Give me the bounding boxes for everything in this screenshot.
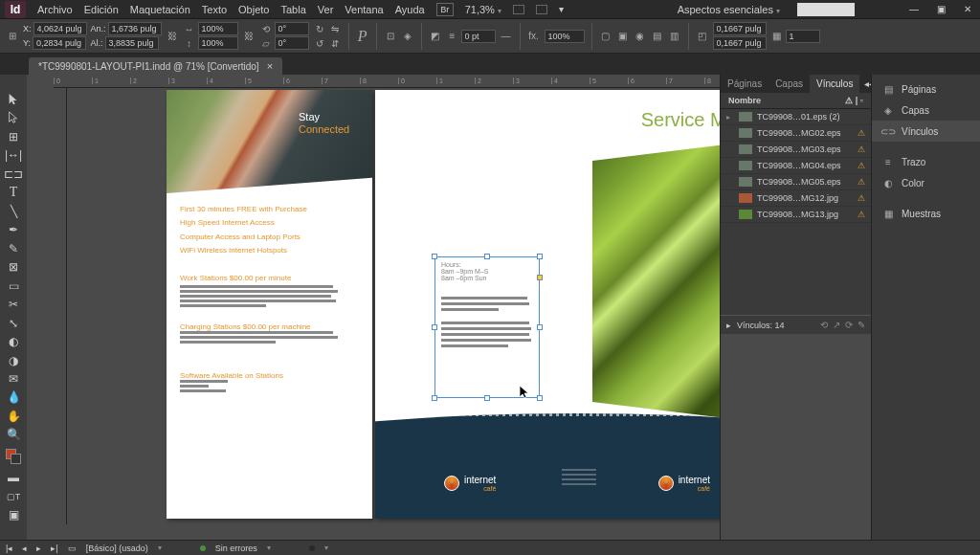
line-tool[interactable]: ╲ — [0, 202, 27, 220]
content-collector-tool[interactable]: ⊏⊐ — [0, 165, 27, 183]
selected-frame[interactable]: Hours: 8am –9pm M–S 8am –6pm Sun — [434, 256, 540, 398]
panel-color[interactable]: ◐Color — [872, 172, 980, 193]
tab-vinculos[interactable]: Vínculos — [810, 75, 859, 93]
width-input[interactable] — [108, 22, 162, 35]
tab-close-icon[interactable]: × — [267, 60, 273, 72]
document-canvas[interactable]: Stay Connected First 30 minutes FREE wit… — [42, 90, 693, 522]
scale-y-input[interactable] — [198, 36, 238, 50]
panel-muestras[interactable]: ▦Muestras — [872, 203, 980, 224]
arrange-icon[interactable]: ▾ — [559, 4, 564, 14]
corner-options-icon[interactable]: ◰ — [696, 30, 709, 43]
constrain-icon[interactable]: ⛓ — [166, 30, 179, 43]
opacity-input[interactable] — [545, 30, 585, 43]
columns-input[interactable] — [786, 30, 820, 43]
page-2[interactable]: Service Menu internetcafé internetcafé — [375, 90, 720, 519]
panel-vinculos[interactable]: ⊂⊃Vínculos — [872, 121, 980, 142]
fill-stroke-swatch[interactable] — [0, 444, 27, 468]
y-input[interactable] — [33, 36, 86, 50]
update-link-icon[interactable]: ⟳ — [845, 320, 853, 330]
page-nav-last-icon[interactable]: ▸| — [51, 544, 57, 553]
select-content-icon[interactable]: ◈ — [401, 30, 414, 43]
pen-tool[interactable]: ✒ — [0, 220, 27, 238]
document-tab[interactable]: *TC9990801-LAYOUT-PI1.indd @ 71% [Conver… — [29, 57, 282, 75]
gap-tool[interactable]: |↔| — [0, 145, 27, 164]
menu-tabla[interactable]: Tabla — [280, 4, 305, 15]
panel-paginas[interactable]: ▤Páginas — [872, 78, 980, 100]
search-input[interactable] — [797, 3, 855, 16]
workspace-switcher[interactable]: Aspectos esenciales ▾ — [672, 4, 786, 15]
menu-ventana[interactable]: Ventana — [345, 4, 383, 15]
link-row[interactable]: TC99908…MG13.jpg⚠ — [721, 207, 871, 223]
link-row[interactable]: TC99908…MG12.jpg⚠ — [721, 190, 871, 207]
text-wrap-column-icon[interactable]: ▥ — [668, 30, 681, 43]
live-corner-icon[interactable] — [537, 275, 543, 280]
rotate-cw-icon[interactable]: ↻ — [313, 22, 326, 35]
link-row[interactable]: TC99908…MG03.eps⚠ — [721, 142, 871, 158]
scissors-tool[interactable]: ✂ — [0, 295, 27, 313]
text-wrap-shape-icon[interactable]: ◉ — [634, 30, 647, 43]
gradient-swatch-tool[interactable]: ◐ — [0, 332, 27, 350]
zoom-tool[interactable]: 🔍 — [0, 426, 27, 444]
hand-tool[interactable]: ✋ — [0, 407, 27, 425]
text-wrap-none-icon[interactable]: ▢ — [599, 30, 612, 43]
open-icon[interactable]: ▭ — [68, 544, 77, 553]
tab-paginas[interactable]: Páginas — [721, 75, 768, 93]
menu-objeto[interactable]: Objeto — [238, 4, 269, 15]
handle-top-left[interactable] — [432, 254, 437, 259]
pencil-tool[interactable]: ✎ — [0, 239, 27, 257]
gap-y-input[interactable] — [713, 36, 767, 50]
handle-bot-left[interactable] — [432, 395, 437, 401]
rotate-ccw-icon[interactable]: ↺ — [313, 36, 326, 50]
page-nav-first-icon[interactable]: |◂ — [6, 544, 12, 553]
effects-icon[interactable]: fx. — [527, 30, 541, 43]
stroke-style-icon[interactable]: — — [500, 30, 513, 43]
expand-icon[interactable]: ▸ — [726, 113, 734, 122]
view-mode-normal-icon[interactable]: ▣ — [0, 506, 27, 524]
type-tool[interactable]: T — [0, 183, 27, 201]
panel-capas[interactable]: ◈Capas — [872, 100, 980, 121]
page-1[interactable]: Stay Connected First 30 minutes FREE wit… — [167, 90, 372, 519]
handle-top-mid[interactable] — [484, 254, 490, 259]
expand-footer-icon[interactable]: ▸ — [726, 321, 731, 330]
scale-x-input[interactable] — [198, 22, 238, 35]
height-input[interactable] — [105, 36, 159, 50]
menu-ayuda[interactable]: Ayuda — [395, 4, 425, 15]
goto-link-icon[interactable]: ↗ — [833, 320, 840, 330]
zoom-level[interactable]: 71,3% ▾ — [465, 4, 501, 15]
relink-icon[interactable]: ⟲ — [820, 320, 828, 330]
link-row[interactable]: ▸TC99908…01.eps (2) — [721, 109, 871, 125]
stroke-input[interactable] — [461, 30, 496, 43]
fill-stroke-icon[interactable]: ◩ — [429, 30, 442, 43]
minimize-button[interactable]: — — [906, 3, 922, 16]
link-row[interactable]: TC99908…MG05.eps⚠ — [721, 174, 871, 190]
handle-top-right[interactable] — [537, 254, 543, 259]
selection-tool[interactable] — [0, 90, 27, 108]
rectangle-tool[interactable]: ▭ — [0, 277, 27, 295]
menu-texto[interactable]: Texto — [202, 4, 227, 15]
free-transform-tool[interactable]: ⤡ — [0, 314, 27, 332]
menu-edicion[interactable]: Edición — [84, 4, 119, 15]
links-col-name[interactable]: Nombre — [728, 96, 761, 105]
text-wrap-jump-icon[interactable]: ▤ — [651, 30, 664, 43]
panel-trazo[interactable]: ≡Trazo — [872, 151, 980, 172]
handle-bot-mid[interactable] — [484, 395, 490, 401]
view-mode-icon[interactable] — [513, 5, 524, 14]
handle-mid-left[interactable] — [432, 324, 437, 330]
links-col-status-icon[interactable]: ⚠ | ▫ — [845, 96, 863, 105]
close-button[interactable]: ✕ — [960, 3, 975, 16]
bridge-icon[interactable]: Br — [436, 3, 454, 16]
screen-mode-icon[interactable] — [536, 5, 547, 14]
x-input[interactable] — [33, 22, 87, 35]
gap-x-input[interactable] — [713, 22, 767, 35]
formatting-container-icon[interactable]: ▢T — [0, 487, 27, 505]
preflight-profile[interactable]: [Básico] (usado) — [86, 544, 148, 553]
link-row[interactable]: TC99908…MG02.eps⚠ — [721, 125, 871, 142]
flip-h-icon[interactable]: ⇋ — [328, 22, 342, 35]
handle-mid-right[interactable] — [537, 324, 543, 330]
page-nav-prev-icon[interactable]: ◂ — [22, 544, 27, 553]
edit-original-icon[interactable]: ✎ — [858, 320, 865, 330]
menu-archivo[interactable]: Archivo — [37, 4, 73, 15]
flip-v-icon[interactable]: ⇵ — [328, 36, 342, 50]
gradient-feather-tool[interactable]: ◑ — [0, 351, 27, 369]
eyedropper-tool[interactable]: 💧 — [0, 388, 27, 407]
